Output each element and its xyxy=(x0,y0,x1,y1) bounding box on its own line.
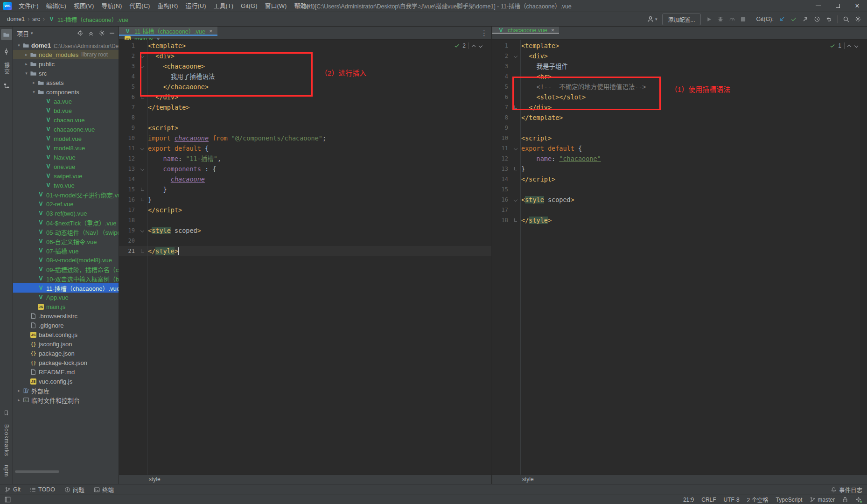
fold-marker-icon[interactable] xyxy=(139,92,147,102)
tree-row[interactable]: VApp.vue xyxy=(13,293,119,302)
tree-row[interactable]: Vchacao.vue xyxy=(13,115,119,125)
menu-item[interactable]: 导航(N) xyxy=(98,0,126,12)
tree-chevron-icon[interactable]: ▸ xyxy=(23,52,29,57)
project-panel-title[interactable]: 项目 xyxy=(17,29,29,38)
fold-marker-icon[interactable] xyxy=(139,61,147,71)
breadcrumb-item[interactable]: V11-插槽（chacaoone）.vue xyxy=(46,14,130,25)
toggle-toolwindows-icon[interactable] xyxy=(5,497,11,503)
tree-row[interactable]: V01-v-model父子进行绑定.vue xyxy=(13,190,119,199)
profile-button[interactable] xyxy=(729,16,735,22)
prev-problem-icon[interactable] xyxy=(472,44,476,48)
hide-panel-icon[interactable] xyxy=(109,30,115,36)
tree-row[interactable]: ▸assets xyxy=(13,78,119,87)
problems-tool-button[interactable]: 问题 xyxy=(64,485,84,494)
tree-row[interactable]: .gitignore xyxy=(13,321,119,330)
breadcrumb-item[interactable]: src xyxy=(31,15,42,23)
lock-icon[interactable] xyxy=(842,497,848,503)
code-line[interactable]: 9<script> xyxy=(119,123,491,133)
code-area[interactable]: 1<template>2 <div>3 <chacaoone>4 我用了插槽语法… xyxy=(119,40,491,475)
fold-marker-icon[interactable] xyxy=(139,82,147,92)
tree-row[interactable]: Vmodel.vue xyxy=(13,134,119,143)
code-line[interactable]: 1<template> xyxy=(119,41,491,51)
indent-style[interactable]: 2 个空格 xyxy=(747,496,769,504)
code-line[interactable]: 21</style> xyxy=(119,246,491,256)
code-line[interactable]: 17 xyxy=(492,205,867,215)
tree-row[interactable]: V06-自定义指令.vue xyxy=(13,237,119,246)
user-account-button[interactable]: ▾ xyxy=(647,15,657,23)
structure-tool-button[interactable] xyxy=(1,80,12,91)
tree-row[interactable]: ▾src xyxy=(13,69,119,78)
tree-chevron-icon[interactable]: ▾ xyxy=(23,71,29,76)
push-button[interactable] xyxy=(802,16,809,22)
tree-row[interactable]: Vswipet.vue xyxy=(13,171,119,181)
tree-row[interactable]: V04-$nextTick（重点）.vue xyxy=(13,218,119,227)
tree-row[interactable]: ▸临时文件和控制台 xyxy=(13,395,119,405)
code-line[interactable]: 5 </chacaoone> xyxy=(119,82,491,92)
panel-settings-icon[interactable] xyxy=(98,30,105,36)
editor-breadcrumb[interactable]: style xyxy=(492,475,867,484)
settings-button[interactable] xyxy=(855,16,861,22)
tree-chevron-icon[interactable]: ▸ xyxy=(23,62,29,66)
editor-tab[interactable]: V11-插槽（chacaoone）.vue× xyxy=(119,27,217,35)
tree-row[interactable]: Vchacaoone.vue xyxy=(13,125,119,134)
fold-marker-icon[interactable] xyxy=(512,215,520,225)
menu-item[interactable]: 编辑(E) xyxy=(42,0,70,12)
tree-row[interactable]: JSvue.config.js xyxy=(13,377,119,386)
inspection-widget[interactable]: 2 xyxy=(454,42,483,49)
code-line[interactable]: 10import chacaoone from "@/components/ch… xyxy=(119,133,491,143)
tree-row[interactable]: README.md xyxy=(13,367,119,377)
tab-close-icon[interactable]: × xyxy=(551,27,555,34)
code-line[interactable]: 16<style scoped> xyxy=(492,195,867,205)
fold-marker-icon[interactable] xyxy=(512,102,520,112)
event-log-button[interactable]: 事件日志 xyxy=(831,485,862,494)
menu-item[interactable]: 窗口(W) xyxy=(261,0,290,12)
tree-chevron-icon[interactable]: ▸ xyxy=(16,398,22,402)
code-line[interactable]: 13} xyxy=(492,164,867,174)
code-line[interactable]: 15 } xyxy=(119,184,491,195)
fold-marker-icon[interactable] xyxy=(139,143,147,154)
inspection-widget[interactable]: 1 xyxy=(830,42,859,49)
code-area[interactable]: 1<template>2 <div>3 我是子组件4 <hr>5 <!-- 不确… xyxy=(492,40,867,475)
tree-row[interactable]: V05-动态组件（Nav）（swipet）.vue xyxy=(13,227,119,237)
fold-marker-icon[interactable] xyxy=(512,195,520,205)
fold-marker-icon[interactable] xyxy=(512,143,520,154)
tree-row[interactable]: ▸node_moduleslibrary root xyxy=(13,50,119,59)
menu-item[interactable]: 视图(V) xyxy=(70,0,98,12)
commit-tool-button[interactable] xyxy=(1,46,12,57)
tree-row[interactable]: Vbd.vue xyxy=(13,106,119,115)
code-line[interactable]: 1<template> xyxy=(492,41,867,51)
tab-options-icon[interactable]: ⋮ xyxy=(481,27,488,39)
code-line[interactable]: 8 xyxy=(119,112,491,123)
tree-row[interactable]: Vmodel8.vue xyxy=(13,143,119,153)
fold-marker-icon[interactable] xyxy=(139,184,147,195)
fold-marker-icon[interactable] xyxy=(512,51,520,61)
code-line[interactable]: 17</script> xyxy=(119,205,491,215)
code-line[interactable]: 18 xyxy=(119,215,491,225)
tree-chevron-icon[interactable]: ▸ xyxy=(31,80,37,85)
code-line[interactable]: 12 name: "chacaoone" xyxy=(492,154,867,164)
tree-row[interactable]: Vone.vue xyxy=(13,162,119,171)
horizontal-scrollbar[interactable] xyxy=(15,470,59,473)
stop-button[interactable] xyxy=(741,17,746,22)
tree-row[interactable]: VNav.vue xyxy=(13,153,119,162)
run-button[interactable] xyxy=(706,16,712,22)
tree-row[interactable]: ▸public xyxy=(13,59,119,69)
code-line[interactable]: 9 xyxy=(492,123,867,133)
tree-chevron-icon[interactable]: ▾ xyxy=(16,43,22,48)
tree-row[interactable]: V10-双击选中输入框案例（bd）.vue xyxy=(13,274,119,283)
code-line[interactable]: 4 我用了插槽语法 xyxy=(119,71,491,82)
todo-tool-button[interactable]: TODO xyxy=(30,486,55,493)
fold-marker-icon[interactable] xyxy=(139,246,147,256)
terminal-tool-button[interactable]: 终端 xyxy=(94,485,114,494)
menu-item[interactable]: Git(G) xyxy=(237,0,261,12)
code-line[interactable]: 12 name: "11-插槽", xyxy=(119,154,491,164)
fold-marker-icon[interactable] xyxy=(139,195,147,205)
tree-row[interactable]: V09-插槽进阶，插槽命名（chacao）.vue xyxy=(13,265,119,274)
tree-chevron-icon[interactable]: ▾ xyxy=(31,90,37,94)
editor-breadcrumb[interactable]: style xyxy=(119,475,491,484)
tree-row[interactable]: ▾components xyxy=(13,87,119,97)
tree-row[interactable]: {}package-lock.json xyxy=(13,358,119,367)
update-project-button[interactable] xyxy=(779,16,785,22)
collapse-all-icon[interactable] xyxy=(88,30,94,36)
history-button[interactable] xyxy=(814,16,820,22)
